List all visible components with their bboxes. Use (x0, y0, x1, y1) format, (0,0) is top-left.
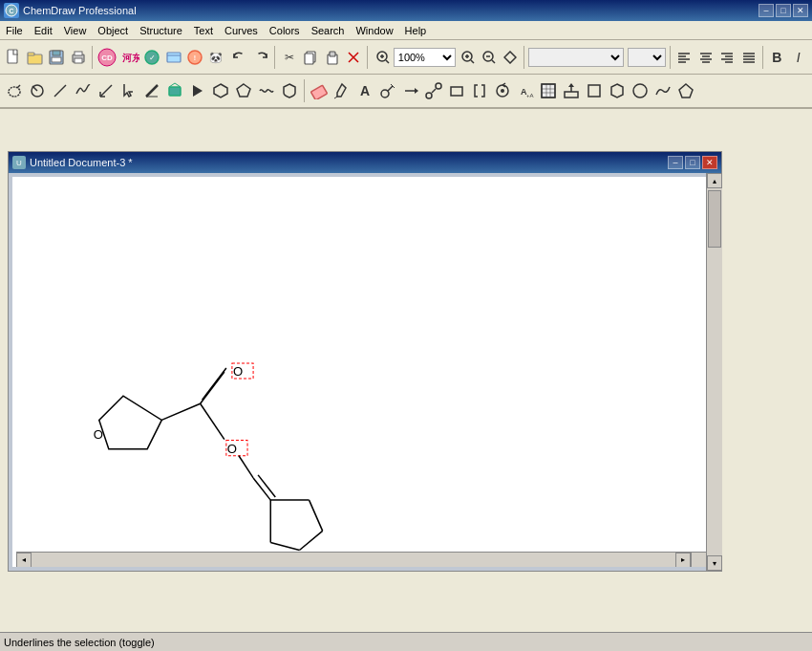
doc-minimize-btn[interactable]: – (668, 156, 683, 169)
menu-curves[interactable]: Curves (219, 23, 264, 38)
wave2-tool[interactable] (652, 80, 673, 101)
close-button[interactable]: ✕ (793, 4, 808, 17)
align-justify-btn[interactable] (739, 47, 759, 68)
cut-button[interactable]: ✂ (279, 47, 299, 68)
rect-tool[interactable] (446, 80, 467, 101)
menu-window[interactable]: Window (350, 23, 398, 38)
zoom-in-btn2[interactable] (458, 47, 478, 68)
lasso-tool[interactable] (4, 80, 25, 101)
svg-line-105 (310, 500, 323, 531)
separator1 (92, 46, 93, 69)
bond-ester-pyr (239, 456, 253, 478)
v-scrollbar-track[interactable] (707, 188, 722, 555)
svg-text:河东: 河东 (122, 53, 139, 63)
wave-btn[interactable] (256, 80, 277, 101)
bracket-tool[interactable] (469, 80, 490, 101)
bond-co-upper (201, 372, 224, 403)
undo-button[interactable] (229, 47, 249, 68)
diamond-btn[interactable] (501, 47, 521, 68)
doc-title: Untitled Document-3 * (30, 157, 668, 168)
doc-icon: U (12, 156, 26, 169)
save-button[interactable] (47, 47, 67, 68)
scroll-down-btn[interactable]: ▾ (707, 555, 722, 571)
redo-button[interactable] (251, 47, 271, 68)
svg-rect-7 (52, 57, 61, 62)
canvas-area[interactable]: O O O (12, 177, 706, 567)
font-select[interactable] (528, 48, 624, 67)
align-right-btn[interactable] (717, 47, 737, 68)
play-btn[interactable] (187, 80, 208, 101)
pentagon2-tool[interactable] (675, 80, 696, 101)
atom-map-tool[interactable] (377, 80, 398, 101)
btn-x[interactable] (344, 47, 364, 68)
doc-close-btn[interactable]: ✕ (702, 156, 717, 169)
copy-button[interactable] (301, 47, 321, 68)
svg-line-28 (386, 60, 389, 63)
grid-tool[interactable] (538, 80, 559, 101)
size-select[interactable] (628, 48, 666, 67)
bond2-tool[interactable] (423, 80, 444, 101)
shield-btn[interactable] (279, 80, 300, 101)
svg-marker-69 (214, 84, 227, 98)
zoom-select[interactable]: 100%50%75%150%200% (394, 48, 456, 67)
btn3[interactable]: ✓ (142, 47, 162, 68)
print-button[interactable] (69, 47, 89, 68)
paste-button[interactable] (322, 47, 342, 68)
wavy-bond-tool[interactable] (73, 80, 94, 101)
btn5[interactable]: ! (185, 47, 205, 68)
svg-point-81 (436, 83, 441, 89)
menu-object[interactable]: Object (92, 23, 134, 38)
wedge-tool[interactable] (141, 80, 162, 101)
resize-tool[interactable]: A+A (515, 80, 536, 101)
menu-text[interactable]: Text (188, 23, 219, 38)
hex2-tool[interactable] (607, 80, 628, 101)
erase-tool[interactable] (309, 80, 330, 101)
btn4[interactable] (163, 47, 183, 68)
chemistry-canvas[interactable]: O O O (12, 177, 706, 567)
menu-file[interactable]: File (0, 23, 29, 38)
zoom-out-btn[interactable] (479, 47, 499, 68)
open-button[interactable] (26, 47, 46, 68)
btn6[interactable]: 🐼 (206, 47, 227, 68)
text-tool[interactable]: A (354, 80, 375, 101)
zoom-in-button[interactable] (372, 47, 392, 68)
italic-btn[interactable]: I (788, 47, 808, 68)
arrow2-tool[interactable] (400, 80, 421, 101)
menu-search[interactable]: Search (306, 23, 351, 38)
svg-text:CD: CD (101, 54, 113, 62)
v-scrollbar-thumb[interactable] (708, 190, 721, 248)
new-button[interactable] (4, 47, 24, 68)
circle2-tool[interactable] (630, 80, 651, 101)
hexagon-btn[interactable] (210, 80, 231, 101)
ring-tool[interactable] (164, 80, 185, 101)
menu-help[interactable]: Help (399, 23, 433, 38)
svg-marker-38 (504, 52, 516, 63)
svg-marker-68 (193, 85, 203, 97)
pentagon-btn[interactable] (233, 80, 254, 101)
h-scrollbar-track[interactable] (32, 553, 675, 568)
svg-text:+A: +A (526, 93, 534, 98)
menu-colors[interactable]: Colors (264, 23, 306, 38)
bold-btn[interactable]: B (767, 47, 787, 68)
marquee-tool[interactable] (27, 80, 48, 101)
maximize-button[interactable]: □ (776, 4, 791, 17)
scroll-left-btn[interactable]: ◂ (16, 553, 32, 568)
menu-view[interactable]: View (58, 23, 93, 38)
menu-structure[interactable]: Structure (134, 23, 188, 38)
pen-tool[interactable] (331, 80, 353, 101)
scroll-right-btn[interactable]: ▸ (675, 553, 691, 568)
minimize-button[interactable]: – (759, 4, 774, 17)
align-left-btn[interactable] (674, 47, 694, 68)
svg-text:!: ! (194, 54, 196, 61)
upload-tool[interactable] (561, 80, 582, 101)
rotate-tool[interactable] (492, 80, 513, 101)
doc-maximize-btn[interactable]: □ (685, 156, 700, 169)
arrow-tool[interactable] (96, 80, 117, 101)
select-tool[interactable] (118, 80, 139, 101)
window-controls: – □ ✕ (759, 4, 808, 17)
menu-edit[interactable]: Edit (29, 23, 58, 38)
bond-tool[interactable] (50, 80, 71, 101)
align-center-btn[interactable] (696, 47, 716, 68)
scroll-up-btn[interactable]: ▴ (707, 173, 722, 188)
square-tool[interactable] (584, 80, 605, 101)
